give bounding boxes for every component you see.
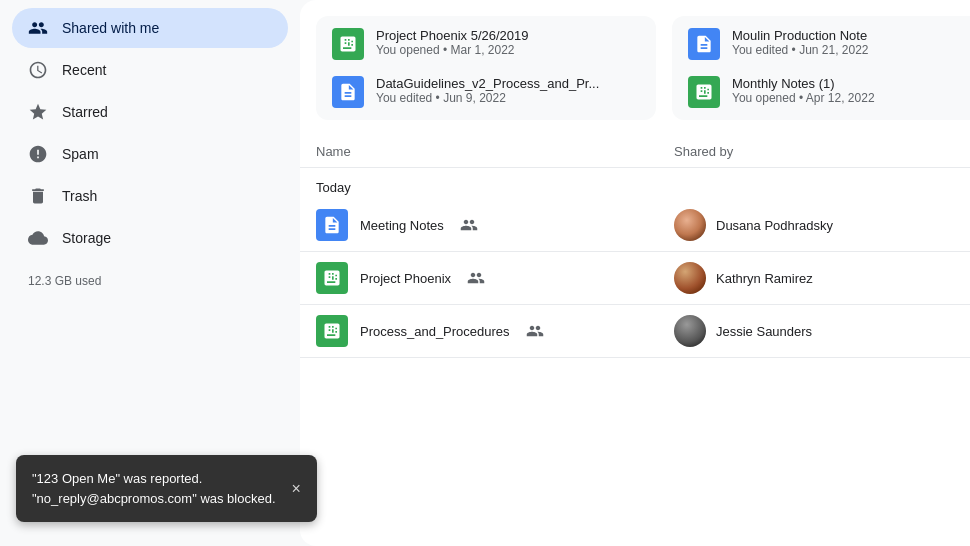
card-item-info: DataGuidelines_v2_Process_and_Pr... You … — [376, 76, 599, 105]
card-item-meta: You opened • Apr 12, 2022 — [732, 91, 875, 105]
table-col-shared-by: Shared by — [674, 144, 954, 159]
file-name-project-phoenix: Project Phoenix — [316, 262, 674, 294]
toast-close-button[interactable]: × — [292, 477, 301, 501]
card-item-info: Monthly Notes (1) You opened • Apr 12, 2… — [732, 76, 875, 105]
toast-notification: "123 Open Me" was reported. "no_reply@ab… — [16, 455, 317, 522]
shared-by-name: Jessie Saunders — [716, 324, 812, 339]
recent-card-1: Project Phoenix 5/26/2019 You opened • M… — [316, 16, 656, 120]
shared-by-name: Dusana Podhradsky — [716, 218, 833, 233]
file-name: Meeting Notes — [360, 218, 444, 233]
sidebar-item-shared-with-me-label: Shared with me — [62, 20, 159, 36]
file-name: Project Phoenix — [360, 271, 451, 286]
card-item-name: Moulin Production Note — [732, 28, 869, 43]
card-item-info: Moulin Production Note You edited • Jun … — [732, 28, 869, 57]
card-item-meta: You opened • Mar 1, 2022 — [376, 43, 529, 57]
storage-used: 12.3 GB used — [12, 264, 288, 298]
recent-cards-section: Project Phoenix 5/26/2019 You opened • M… — [300, 16, 970, 136]
card-item-info: Project Phoenix 5/26/2019 You opened • M… — [376, 28, 529, 57]
card-item[interactable]: DataGuidelines_v2_Process_and_Pr... You … — [332, 76, 640, 108]
doc-icon — [688, 28, 720, 60]
main-content: Project Phoenix 5/26/2019 You opened • M… — [300, 0, 970, 546]
shared-by-jessie: Jessie Saunders — [674, 315, 954, 347]
sheets-icon — [316, 262, 348, 294]
doc-icon — [316, 209, 348, 241]
toast-text: "123 Open Me" was reported. "no_reply@ab… — [32, 469, 276, 508]
sidebar-item-shared-with-me[interactable]: Shared with me — [12, 8, 288, 48]
star-icon — [28, 102, 48, 122]
shared-by-kathryn: Kathryn Ramirez — [674, 262, 954, 294]
avatar-dusana — [674, 209, 706, 241]
doc-icon — [332, 76, 364, 108]
sheets-icon — [688, 76, 720, 108]
cloud-icon — [28, 228, 48, 248]
card-item-meta: You edited • Jun 21, 2022 — [732, 43, 869, 57]
shared-by-name: Kathryn Ramirez — [716, 271, 813, 286]
card-item-name: Project Phoenix 5/26/2019 — [376, 28, 529, 43]
file-name-meeting-notes: Meeting Notes — [316, 209, 674, 241]
sidebar-item-spam-label: Spam — [62, 146, 99, 162]
table-row[interactable]: Meeting Notes Dusana Podhradsky — [300, 199, 970, 252]
shared-people-icon — [526, 322, 544, 340]
table-col-name: Name — [316, 144, 674, 159]
card-item-name: DataGuidelines_v2_Process_and_Pr... — [376, 76, 599, 91]
shared-people-icon — [467, 269, 485, 287]
sidebar-item-recent-label: Recent — [62, 62, 106, 78]
table-row[interactable]: Process_and_Procedures Jessie Saunders — [300, 305, 970, 358]
person-icon — [28, 18, 48, 38]
spam-icon — [28, 144, 48, 164]
sidebar-item-recent[interactable]: Recent — [12, 50, 288, 90]
card-item-name: Monthly Notes (1) — [732, 76, 875, 91]
table-header: Name Shared by — [300, 136, 970, 168]
sidebar-item-trash-label: Trash — [62, 188, 97, 204]
table-row[interactable]: Project Phoenix Kathryn Ramirez — [300, 252, 970, 305]
card-item[interactable]: Monthly Notes (1) You opened • Apr 12, 2… — [688, 76, 970, 108]
clock-icon — [28, 60, 48, 80]
file-name-process-procedures: Process_and_Procedures — [316, 315, 674, 347]
sidebar-item-storage[interactable]: Storage — [12, 218, 288, 258]
sidebar-item-storage-label: Storage — [62, 230, 111, 246]
avatar-jessie — [674, 315, 706, 347]
toast-line1: "123 Open Me" was reported. — [32, 471, 202, 486]
file-name: Process_and_Procedures — [360, 324, 510, 339]
card-item[interactable]: Project Phoenix 5/26/2019 You opened • M… — [332, 28, 640, 60]
sheets-icon — [332, 28, 364, 60]
card-item[interactable]: Moulin Production Note You edited • Jun … — [688, 28, 970, 60]
avatar-kathryn — [674, 262, 706, 294]
shared-people-icon — [460, 216, 478, 234]
shared-by-dusana: Dusana Podhradsky — [674, 209, 954, 241]
sidebar-item-starred-label: Starred — [62, 104, 108, 120]
sidebar-item-starred[interactable]: Starred — [12, 92, 288, 132]
sidebar-item-trash[interactable]: Trash — [12, 176, 288, 216]
section-label-today: Today — [300, 168, 970, 199]
sheets-icon — [316, 315, 348, 347]
recent-card-2: Moulin Production Note You edited • Jun … — [672, 16, 970, 120]
card-item-meta: You edited • Jun 9, 2022 — [376, 91, 599, 105]
trash-icon — [28, 186, 48, 206]
toast-line2: "no_reply@abcpromos.com" was blocked. — [32, 491, 276, 506]
sidebar-item-spam[interactable]: Spam — [12, 134, 288, 174]
